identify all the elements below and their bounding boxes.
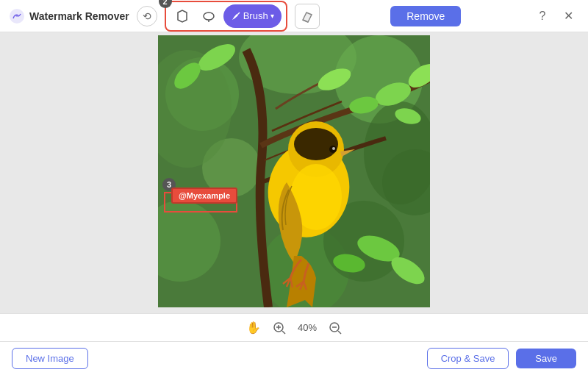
action-bar-right: Crop & Save Save (427, 348, 576, 369)
zoom-in-icon (273, 321, 286, 335)
zoom-out-button[interactable] (329, 321, 342, 335)
rectangle-tool-button[interactable] (171, 4, 194, 28)
zoom-value: 40% (298, 322, 317, 333)
zoom-in-button[interactable] (273, 321, 286, 335)
lasso-icon (201, 9, 216, 24)
svg-line-4 (237, 12, 240, 15)
tools-badge: 2 (159, 0, 172, 8)
hand-tool-button[interactable]: ✋ (246, 321, 261, 335)
svg-point-1 (15, 14, 18, 17)
app-title: Watermark Remover (29, 10, 129, 22)
close-icon: ✕ (564, 9, 573, 23)
title-bar: Watermark Remover ⟲ 2 (0, 0, 588, 32)
logo-icon (9, 8, 25, 24)
watermark-text: @Myexample (171, 188, 237, 204)
title-bar-left: Watermark Remover ⟲ 2 (9, 1, 320, 32)
lasso-tool-button[interactable] (197, 4, 220, 28)
svg-point-30 (294, 128, 338, 160)
erase-button[interactable] (295, 4, 320, 29)
close-button[interactable]: ✕ (559, 6, 579, 26)
brush-label: Brush (243, 10, 268, 21)
brush-tool-button[interactable]: Brush ▾ (223, 4, 282, 28)
zoom-out-icon (329, 321, 342, 335)
bird-image (158, 35, 430, 307)
brush-dropdown-icon: ▾ (270, 12, 274, 20)
save-button[interactable]: Save (516, 349, 576, 368)
title-bar-right: ? ✕ (532, 6, 579, 26)
brush-icon (231, 11, 241, 21)
crop-save-button[interactable]: Crop & Save (427, 348, 509, 369)
toolbar-center: Remove (390, 6, 461, 26)
back-button[interactable]: ⟲ (137, 6, 157, 26)
zoom-bar: ✋ 40% (0, 313, 588, 341)
svg-line-36 (282, 331, 285, 334)
help-icon: ? (539, 10, 546, 23)
action-bar: New Image Crop & Save Save (0, 341, 588, 375)
main-content: 3 @Myexample (0, 32, 588, 313)
svg-line-39 (338, 331, 341, 334)
back-icon: ⟲ (143, 10, 151, 22)
hand-icon: ✋ (246, 321, 261, 335)
app-logo: Watermark Remover (9, 8, 129, 24)
image-wrapper: 3 @Myexample (158, 35, 430, 310)
svg-point-32 (332, 147, 335, 150)
svg-point-2 (204, 12, 214, 20)
help-button[interactable]: ? (532, 6, 553, 26)
eraser-icon (301, 10, 314, 23)
new-image-button[interactable]: New Image (12, 348, 88, 369)
toolbar-tools-group: 2 Brush ▾ (165, 1, 287, 32)
remove-button[interactable]: Remove (390, 6, 461, 26)
rectangle-icon (175, 9, 190, 24)
